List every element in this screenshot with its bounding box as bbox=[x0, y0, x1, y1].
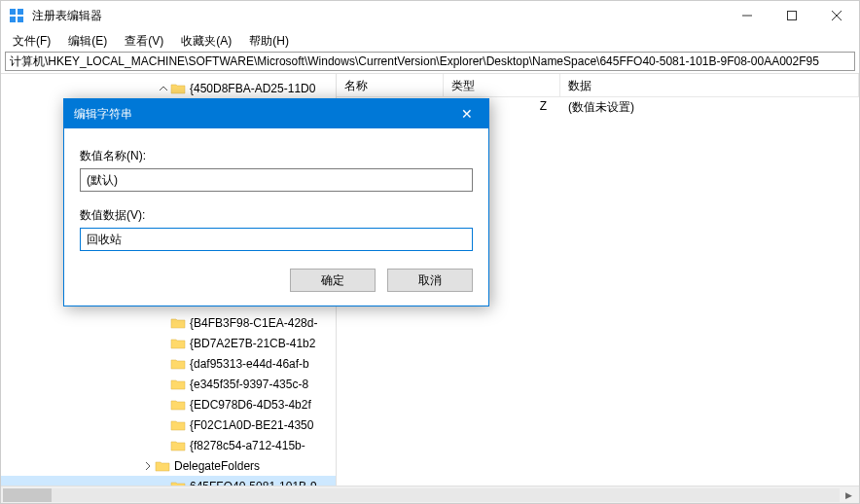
cell-data: (数值未设置) bbox=[560, 99, 859, 115]
folder-icon bbox=[170, 337, 186, 350]
svg-rect-2 bbox=[10, 17, 16, 22]
value-data-label: 数值数据(V): bbox=[80, 207, 473, 224]
expander-icon[interactable] bbox=[157, 85, 170, 92]
tree-item[interactable]: {B4FB3F98-C1EA-428d- bbox=[1, 312, 336, 333]
folder-icon bbox=[170, 316, 186, 330]
tree-item-label: {B4FB3F98-C1EA-428d- bbox=[190, 316, 317, 330]
tree-item[interactable]: {450D8FBA-AD25-11D0 bbox=[1, 78, 336, 98]
folder-icon bbox=[170, 357, 186, 371]
value-data-input[interactable] bbox=[80, 228, 473, 251]
tree-item[interactable]: DelegateFolders bbox=[1, 455, 336, 476]
col-name[interactable]: 名称 bbox=[337, 74, 444, 96]
svg-rect-0 bbox=[10, 9, 16, 15]
tree-item[interactable]: {f8278c54-a712-415b- bbox=[1, 435, 336, 455]
tree-item[interactable]: {e345f35f-9397-435c-8 bbox=[1, 374, 336, 394]
menu-file[interactable]: 文件(F) bbox=[5, 31, 58, 52]
svg-rect-5 bbox=[788, 12, 797, 20]
menu-view[interactable]: 查看(V) bbox=[117, 31, 171, 52]
scrollbar-thumb[interactable] bbox=[3, 488, 52, 502]
folder-icon bbox=[170, 398, 186, 412]
cancel-button[interactable]: 取消 bbox=[387, 269, 473, 292]
dialog-close-button[interactable]: ✕ bbox=[455, 106, 479, 122]
status-bar: ▶ bbox=[1, 486, 859, 503]
window-title: 注册表编辑器 bbox=[32, 8, 725, 24]
menu-favorites[interactable]: 收藏夹(A) bbox=[173, 31, 239, 52]
col-data[interactable]: 数据 bbox=[560, 74, 859, 96]
expander-icon[interactable] bbox=[141, 462, 155, 470]
tree-item-label: {daf95313-e44d-46af-b bbox=[190, 357, 309, 371]
menu-bar: 文件(F) 编辑(E) 查看(V) 收藏夹(A) 帮助(H) bbox=[1, 30, 859, 52]
horizontal-scrollbar[interactable] bbox=[3, 488, 840, 502]
tree-item-label: {e345f35f-9397-435c-8 bbox=[190, 378, 308, 391]
scrollbar-arrow-right[interactable]: ▶ bbox=[842, 488, 855, 502]
svg-rect-3 bbox=[18, 17, 23, 22]
tree-item-label: {F02C1A0D-BE21-4350 bbox=[190, 418, 313, 432]
folder-icon bbox=[170, 439, 186, 452]
value-name-label: 数值名称(N): bbox=[80, 148, 473, 164]
app-icon bbox=[9, 8, 24, 23]
ok-button[interactable]: 确定 bbox=[290, 269, 376, 292]
dialog-titlebar[interactable]: 编辑字符串 ✕ bbox=[64, 99, 488, 128]
tree-item[interactable]: {daf95313-e44d-46af-b bbox=[1, 353, 336, 374]
tree-item-label: {BD7A2E7B-21CB-41b2 bbox=[190, 337, 315, 350]
tree-item[interactable]: {EDC978D6-4D53-4b2f bbox=[1, 394, 336, 414]
title-bar: 注册表编辑器 bbox=[1, 1, 859, 30]
value-name-input[interactable] bbox=[80, 168, 473, 192]
address-text: 计算机\HKEY_LOCAL_MACHINE\SOFTWARE\Microsof… bbox=[10, 54, 819, 70]
tree-item[interactable]: {F02C1A0D-BE21-4350 bbox=[1, 414, 336, 435]
menu-help[interactable]: 帮助(H) bbox=[241, 31, 297, 52]
tree-item[interactable]: {BD7A2E7B-21CB-41b2 bbox=[1, 333, 336, 353]
col-type[interactable]: 类型 bbox=[444, 74, 560, 96]
folder-icon bbox=[155, 459, 170, 473]
maximize-button[interactable] bbox=[770, 1, 814, 30]
address-bar[interactable]: 计算机\HKEY_LOCAL_MACHINE\SOFTWARE\Microsof… bbox=[5, 52, 855, 71]
svg-rect-1 bbox=[18, 9, 23, 15]
tree-item-label: {450D8FBA-AD25-11D0 bbox=[190, 82, 315, 95]
dialog-title: 编辑字符串 bbox=[74, 106, 132, 123]
edit-string-dialog: 编辑字符串 ✕ 数值名称(N): 数值数据(V): 确定 取消 bbox=[63, 98, 489, 306]
tree-item[interactable]: 645FFO40-5081-101B-9 bbox=[1, 476, 336, 486]
tree-item-label: DelegateFolders bbox=[174, 459, 260, 473]
list-header: 名称 类型 数据 bbox=[337, 74, 859, 97]
menu-edit[interactable]: 编辑(E) bbox=[60, 31, 115, 52]
folder-icon bbox=[170, 418, 186, 432]
close-button[interactable] bbox=[814, 1, 859, 30]
tree-item-label: {EDC978D6-4D53-4b2f bbox=[190, 398, 311, 412]
folder-icon bbox=[170, 378, 186, 391]
minimize-button[interactable] bbox=[725, 1, 770, 30]
tree-item-label: {f8278c54-a712-415b- bbox=[190, 439, 305, 452]
folder-icon bbox=[170, 82, 186, 95]
